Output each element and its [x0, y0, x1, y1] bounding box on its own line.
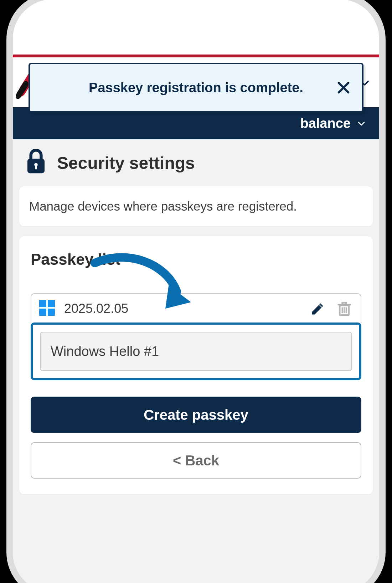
svg-rect-3 — [39, 300, 46, 307]
delete-button[interactable] — [336, 300, 353, 317]
app-screen: balance Passkey registration is complete… — [13, 0, 379, 583]
windows-icon — [39, 300, 55, 317]
page-description: Manage devices where passkeys are regist… — [29, 199, 297, 213]
svg-rect-6 — [48, 309, 55, 316]
toast-message: Passkey registration is complete. — [30, 80, 362, 96]
page-content: Security settings Manage devices where p… — [13, 139, 379, 494]
svg-rect-5 — [39, 309, 46, 316]
toast-notification: Passkey registration is complete. — [29, 63, 363, 113]
passkey-list-card: Passkey list 2025.02.05 — [19, 236, 373, 494]
svg-rect-2 — [35, 166, 37, 170]
balance-label: balance — [300, 116, 351, 131]
passkey-item: 2025.02.05 — [31, 293, 361, 380]
create-passkey-button[interactable]: Create passkey — [31, 397, 361, 433]
passkey-name-value: Windows Hello #1 — [51, 344, 159, 359]
page-header: Security settings — [19, 139, 373, 186]
back-button-label: < Back — [173, 453, 219, 469]
passkey-list-title: Passkey list — [31, 251, 361, 268]
svg-rect-4 — [48, 300, 55, 307]
passkey-name-input[interactable]: Windows Hello #1 — [40, 332, 352, 371]
passkey-date: 2025.02.05 — [64, 301, 300, 316]
toast-close-button[interactable] — [336, 80, 351, 96]
phone-frame: balance Passkey registration is complete… — [6, 0, 386, 583]
create-passkey-label: Create passkey — [144, 407, 248, 423]
status-bar-space — [13, 0, 379, 55]
edit-button[interactable] — [309, 300, 326, 317]
back-button[interactable]: < Back — [31, 442, 361, 479]
passkey-item-header: 2025.02.05 — [31, 293, 361, 323]
page-description-card: Manage devices where passkeys are regist… — [19, 186, 373, 226]
page-title: Security settings — [57, 153, 195, 173]
lock-icon — [26, 149, 46, 176]
brand-accent-line — [13, 55, 379, 57]
chevron-down-icon — [357, 116, 366, 131]
passkey-item-highlight: Windows Hello #1 — [31, 323, 361, 380]
